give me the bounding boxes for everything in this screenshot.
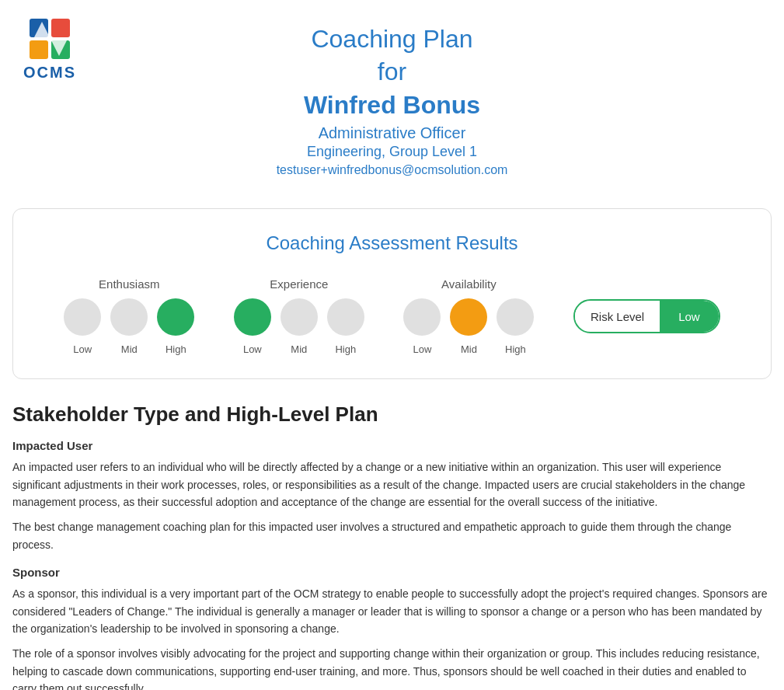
availability-circles [403,298,534,336]
availability-high-circle [497,298,534,336]
availability-mid-label: Mid [450,343,487,355]
person-position: Administrative Officer [277,124,508,142]
enthusiasm-sublabels: Low Mid High [64,343,194,355]
person-name: Winfred Bonus [277,91,508,120]
experience-high-label: High [327,343,364,355]
enthusiasm-high-circle [157,298,194,336]
risk-level-badge: Risk Level Low [573,299,720,333]
experience-circles [234,298,364,336]
availability-sublabels: Low Mid High [403,343,534,355]
assessment-title: Coaching Assessment Results [44,232,740,254]
ocms-logo-icon [26,16,73,62]
experience-mid-circle [280,298,318,336]
experience-mid-label: Mid [280,343,318,355]
availability-low-label: Low [403,343,441,355]
experience-low-circle [234,298,271,336]
person-department: Engineering, Group Level 1 [277,144,508,160]
enthusiasm-metric: Enthusiasm Low Mid High [64,277,194,355]
experience-sublabels: Low Mid High [234,343,364,355]
risk-level-value: Low [660,301,719,332]
availability-mid-circle [450,298,487,336]
page-title-block: Coaching Plan for Winfred Bonus Administ… [277,23,508,177]
page-header: OCMS Coaching Plan for Winfred Bonus Adm… [0,0,784,200]
availability-low-circle [403,298,441,336]
svg-rect-2 [30,40,48,59]
impacted-user-title: Impacted User [12,439,772,452]
experience-label: Experience [270,277,328,291]
impacted-user-para1: An impacted user refers to an individual… [12,458,772,511]
enthusiasm-mid-label: Mid [110,343,148,355]
sponsor-para2: The role of a sponsor involves visibly a… [12,645,772,690]
assessment-metrics: Enthusiasm Low Mid High Experience Low [44,277,740,355]
enthusiasm-high-label: High [157,343,194,355]
logo: OCMS [23,16,76,82]
stakeholder-section: Stakeholder Type and High-Level Plan Imp… [0,395,784,690]
enthusiasm-low-circle [64,298,101,336]
sponsor-para1: As a sponsor, this individual is a very … [12,585,772,637]
availability-metric: Availability Low Mid High [403,277,534,355]
section-title: Stakeholder Type and High-Level Plan [12,402,772,427]
availability-label: Availability [441,277,497,291]
svg-rect-1 [51,19,70,37]
availability-high-label: High [497,343,534,355]
impacted-user-para2: The best change management coaching plan… [12,518,772,553]
sponsor-title: Sponsor [12,566,772,579]
enthusiasm-circles [64,298,194,336]
logo-text: OCMS [23,64,76,82]
assessment-card: Coaching Assessment Results Enthusiasm L… [12,208,772,379]
enthusiasm-mid-circle [110,298,148,336]
experience-low-label: Low [234,343,271,355]
coaching-plan-title-line1: Coaching Plan for [277,23,508,88]
enthusiasm-label: Enthusiasm [99,277,159,291]
experience-high-circle [327,298,364,336]
risk-level-label: Risk Level [575,310,660,323]
experience-metric: Experience Low Mid High [234,277,364,355]
person-email: testuser+winfredbonus@ocmsolution.com [277,163,508,177]
enthusiasm-low-label: Low [64,343,101,355]
